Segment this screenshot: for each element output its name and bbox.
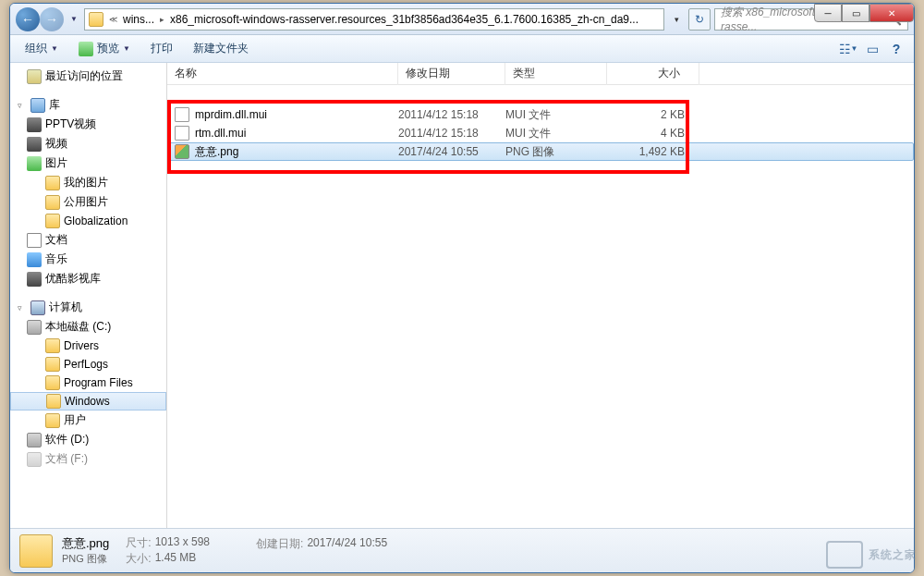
sidebar-item-drive-f[interactable]: 文档 (F:) — [10, 449, 166, 469]
sidebar-group-computer[interactable]: ▿计算机 — [10, 298, 166, 317]
sidebar-item-music[interactable]: 音乐 — [10, 250, 166, 269]
maximize-button[interactable]: ▭ — [842, 4, 869, 22]
file-type: PNG 图像 — [505, 144, 607, 160]
file-date: 2017/4/24 10:55 — [398, 145, 505, 158]
drive-icon — [27, 452, 42, 467]
file-row-selected[interactable]: 意意.png 2017/4/24 10:55 PNG 图像 1,492 KB — [167, 142, 914, 161]
sidebar-item-programfiles[interactable]: Program Files — [10, 374, 166, 392]
folder-icon — [46, 394, 61, 409]
sidebar-item-users[interactable]: 用户 — [10, 411, 166, 430]
refresh-button[interactable]: ↻ — [688, 8, 711, 31]
view-options-button[interactable]: ☷ ▼ — [838, 39, 858, 59]
preview-pane-button[interactable]: ▭ — [862, 39, 882, 59]
close-button[interactable]: ✕ — [869, 4, 914, 22]
sidebar-item-perflogs[interactable]: PerfLogs — [10, 355, 166, 374]
details-created-label: 创建日期: — [256, 536, 303, 552]
sidebar-item-documents[interactable]: 文档 — [10, 230, 166, 250]
folder-icon — [45, 338, 60, 353]
file-date: 2011/4/12 15:18 — [398, 108, 505, 121]
file-icon — [175, 126, 189, 141]
recent-icon — [27, 69, 42, 84]
back-button[interactable]: ← — [16, 7, 40, 31]
details-dims: 1013 x 598 — [155, 535, 210, 551]
forward-button[interactable]: → — [40, 7, 64, 31]
column-size[interactable]: 大小 — [607, 63, 699, 85]
sidebar-item-drivers[interactable]: Drivers — [10, 337, 166, 355]
preview-button[interactable]: 预览▼ — [71, 38, 138, 59]
breadcrumb[interactable]: wins... — [123, 13, 154, 26]
details-dims-label: 尺寸: — [126, 535, 151, 551]
help-button[interactable]: ? — [886, 39, 906, 59]
column-headers: 名称 修改日期 类型 大小 — [167, 63, 914, 85]
sidebar-item-video[interactable]: 视频 — [10, 134, 166, 153]
file-size: 1,492 KB — [607, 145, 685, 158]
folder-icon — [45, 195, 60, 210]
print-button[interactable]: 打印 — [143, 38, 180, 59]
column-type[interactable]: 类型 — [505, 63, 607, 85]
details-size: 1.45 MB — [155, 551, 197, 567]
details-created: 2017/4/24 10:55 — [307, 536, 387, 552]
preview-icon — [79, 42, 93, 56]
new-folder-button[interactable]: 新建文件夹 — [186, 38, 256, 59]
explorer-window: ─ ▭ ✕ ← → ▼ ≪ wins... ▸ x86_microsoft-wi… — [9, 3, 915, 573]
folder-icon — [45, 357, 60, 372]
pictures-icon — [27, 156, 42, 171]
computer-icon — [30, 300, 45, 315]
details-pane: 意意.png PNG 图像 尺寸:1013 x 598 大小:1.45 MB 创… — [10, 528, 914, 572]
expand-icon[interactable]: ▿ — [18, 101, 27, 110]
file-name: rtm.dll.mui — [195, 127, 246, 140]
file-type: MUI 文件 — [505, 107, 607, 123]
sidebar-group-libraries[interactable]: ▿库 — [10, 95, 166, 115]
drive-icon — [27, 433, 42, 447]
drive-icon — [27, 320, 42, 335]
sidebar-item-globalization[interactable]: Globalization — [10, 212, 166, 230]
file-date: 2011/4/12 15:18 — [398, 127, 505, 140]
details-filename: 意意.png — [62, 535, 109, 552]
folder-icon — [45, 375, 60, 390]
toolbar: 组织▼ 预览▼ 打印 新建文件夹 ☷ ▼ ▭ ? — [10, 35, 914, 63]
folder-icon — [45, 413, 60, 428]
music-icon — [27, 252, 42, 267]
breadcrumb[interactable]: x86_microsoft-windows-rasserver.resource… — [170, 13, 638, 26]
sidebar-item-recent[interactable]: 最近访问的位置 — [10, 67, 166, 86]
minimize-button[interactable]: ─ — [814, 4, 842, 22]
sidebar-item-pptv[interactable]: PPTV视频 — [10, 115, 166, 134]
organize-button[interactable]: 组织▼ — [18, 38, 66, 59]
file-name: mprdim.dll.mui — [195, 108, 267, 121]
sidebar-item-publicpictures[interactable]: 公用图片 — [10, 192, 166, 212]
video-icon — [27, 272, 42, 287]
file-size: 4 KB — [607, 127, 685, 140]
chevron-icon[interactable]: ≪ — [107, 15, 119, 24]
file-icon — [175, 107, 189, 122]
sidebar-item-drive-c[interactable]: 本地磁盘 (C:) — [10, 317, 166, 337]
sidebar-item-youku[interactable]: 优酷影视库 — [10, 269, 166, 288]
sidebar-item-windows[interactable]: Windows — [10, 392, 166, 411]
file-name: 意意.png — [195, 144, 238, 160]
image-icon — [175, 144, 189, 159]
video-icon — [27, 137, 42, 152]
sidebar-item-drive-d[interactable]: 软件 (D:) — [10, 430, 166, 449]
column-date[interactable]: 修改日期 — [398, 63, 505, 85]
document-icon — [27, 233, 42, 248]
sidebar-item-mypictures[interactable]: 我的图片 — [10, 173, 166, 192]
file-row[interactable]: rtm.dll.mui 2011/4/12 15:18 MUI 文件 4 KB — [167, 124, 914, 142]
address-dropdown[interactable]: ▾ — [668, 15, 685, 24]
column-name[interactable]: 名称 — [167, 63, 398, 85]
chevron-right-icon[interactable]: ▸ — [158, 15, 166, 24]
file-list[interactable]: 名称 修改日期 类型 大小 mprdim.dll.mui 2011/4/12 1… — [167, 63, 914, 528]
details-size-label: 大小: — [126, 551, 151, 567]
folder-icon — [45, 214, 60, 228]
thumbnail-icon — [19, 534, 53, 568]
history-dropdown[interactable]: ▼ — [67, 9, 80, 30]
address-bar[interactable]: ≪ wins... ▸ x86_microsoft-windows-rasser… — [84, 8, 664, 31]
video-icon — [27, 117, 42, 132]
nav-bar: ← → ▼ ≪ wins... ▸ x86_microsoft-windows-… — [10, 4, 914, 35]
library-icon — [30, 98, 45, 113]
file-row[interactable]: mprdim.dll.mui 2011/4/12 15:18 MUI 文件 2 … — [167, 105, 914, 124]
sidebar-item-pictures[interactable]: 图片 — [10, 153, 166, 173]
expand-icon[interactable]: ▿ — [18, 303, 27, 313]
file-size: 2 KB — [607, 108, 685, 121]
details-filetype: PNG 图像 — [62, 552, 109, 566]
folder-icon — [89, 12, 103, 27]
navigation-pane[interactable]: 最近访问的位置 ▿库 PPTV视频 视频 图片 我的图片 公用图片 Global… — [10, 63, 167, 528]
